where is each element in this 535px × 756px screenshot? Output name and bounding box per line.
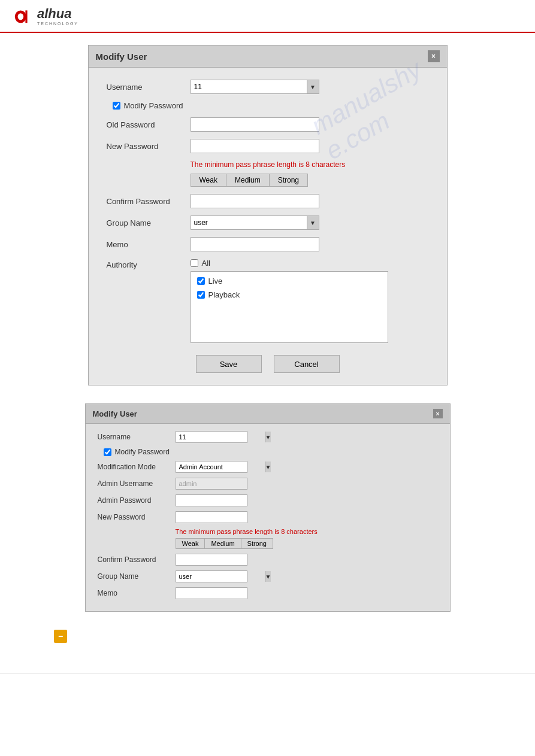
admin-username-control [176,478,438,490]
admin-password-input[interactable] [176,494,247,506]
main-content: manualshye.com Modify User × Username ▼ [0,33,535,661]
footer-line [0,673,535,673]
new-password-row-small: New Password [98,511,438,523]
group-name-dropdown-arrow[interactable]: ▼ [307,216,319,229]
authority-playback-item: Playback [197,290,382,299]
confirm-password-control [191,194,429,208]
confirm-password-label: Confirm Password [107,197,191,206]
authority-live-checkbox[interactable] [197,277,205,285]
close-button-small[interactable]: × [433,409,443,418]
group-name-control: ▼ [191,215,429,230]
group-name-input[interactable] [191,217,307,228]
authority-box: Live Playback [191,271,388,343]
admin-password-row: Admin Password [98,494,438,506]
group-name-label-small: Group Name [98,572,176,581]
dialog-title-bar-small: Modify User × [86,404,450,424]
admin-password-label: Admin Password [98,496,176,505]
password-hint-small: The minimum pass phrase length is 8 char… [176,528,438,535]
modification-mode-select[interactable]: ▼ [176,461,247,473]
admin-username-row: Admin Username [98,478,438,490]
admin-username-input[interactable] [176,478,247,490]
new-password-input[interactable] [191,139,319,153]
new-password-control-small [176,511,438,523]
button-row-large: Save Cancel [107,355,429,373]
group-name-input-small[interactable] [176,572,265,581]
username-dropdown-arrow[interactable]: ▼ [307,80,319,93]
strength-weak-button-small[interactable]: Weak [176,538,205,549]
admin-password-control [176,494,438,506]
memo-control [191,237,429,251]
username-label-small: Username [98,433,176,441]
strength-weak-button[interactable]: Weak [191,174,226,187]
authority-all-row: All [191,259,429,268]
authority-playback-label: Playback [208,290,240,299]
strength-strong-button-small[interactable]: Strong [241,538,273,549]
new-password-control [191,139,429,153]
modification-mode-input[interactable] [176,462,265,472]
dialog-body-small: Username ▼ Modify Password Modification … [86,424,450,611]
username-row-small: Username ▼ [98,431,438,443]
svg-rect-2 [25,10,27,23]
authority-playback-checkbox[interactable] [197,291,205,299]
new-password-label-small: New Password [98,513,176,521]
group-name-arrow-small[interactable]: ▼ [265,571,271,582]
confirm-password-control-small [176,554,438,566]
memo-control-small [176,587,438,599]
modify-password-checkbox-small[interactable] [104,448,111,456]
group-name-select[interactable]: ▼ [191,215,319,230]
authority-label: Authority [107,259,191,269]
dialog-body-large: Username ▼ Modify Password Old Password [89,68,447,385]
strength-strong-button[interactable]: Strong [270,174,308,187]
memo-label: Memo [107,240,191,249]
group-name-label: Group Name [107,218,191,227]
admin-username-label: Admin Username [98,479,176,488]
username-input[interactable] [191,81,307,92]
dialog-title-large: Modify User [96,51,147,62]
confirm-password-row-small: Confirm Password [98,554,438,566]
username-row: Username ▼ [107,80,429,94]
username-select-small[interactable]: ▼ [176,431,247,443]
old-password-label: Old Password [107,120,191,129]
modify-password-row-small: Modify Password [98,448,438,456]
new-password-row: New Password [107,139,429,153]
strength-medium-button-small[interactable]: Medium [205,538,241,549]
group-name-control-small: ▼ [176,570,438,582]
modification-mode-label: Modification Mode [98,463,176,471]
modification-mode-row: Modification Mode ▼ [98,461,438,473]
new-password-input-small[interactable] [176,511,247,523]
old-password-input[interactable] [191,117,319,132]
confirm-password-input[interactable] [191,194,319,208]
confirm-password-row: Confirm Password [107,194,429,208]
username-control: ▼ [191,80,429,94]
cancel-button-large[interactable]: Cancel [274,355,340,373]
modify-password-checkbox[interactable] [113,102,120,110]
confirm-password-label-small: Confirm Password [98,555,176,564]
authority-all-checkbox[interactable] [191,259,198,267]
modify-password-label-small: Modify Password [115,448,170,456]
username-input-small[interactable] [176,432,265,442]
authority-live-label: Live [208,277,223,286]
close-button-large[interactable]: × [428,50,440,62]
save-button-large[interactable]: Save [196,355,262,373]
username-arrow-small[interactable]: ▼ [265,432,271,442]
modify-password-label: Modify Password [124,101,183,110]
group-name-row-small: Group Name ▼ [98,570,438,582]
svg-point-1 [18,13,24,20]
strength-medium-button[interactable]: Medium [226,174,270,187]
memo-row-small: Memo [98,587,438,599]
modification-mode-arrow[interactable]: ▼ [265,462,271,472]
authority-live-item: Live [197,277,382,286]
authority-row: Authority All Live Playback [107,259,429,343]
password-hint-large: The minimum pass phrase length is 8 char… [191,160,429,169]
memo-label-small: Memo [98,589,176,597]
memo-input-small[interactable] [176,587,247,599]
memo-input[interactable] [191,237,319,251]
group-name-select-small[interactable]: ▼ [176,570,247,582]
logo-icon [12,7,36,26]
page-header: alhua TECHNOLOGY [0,0,535,33]
confirm-password-input-small[interactable] [176,554,247,566]
username-select[interactable]: ▼ [191,80,319,94]
logo-brand: alhua TECHNOLOGY [37,6,78,26]
strength-row-small: Weak Medium Strong [176,538,438,549]
note-icon: − [54,630,67,643]
